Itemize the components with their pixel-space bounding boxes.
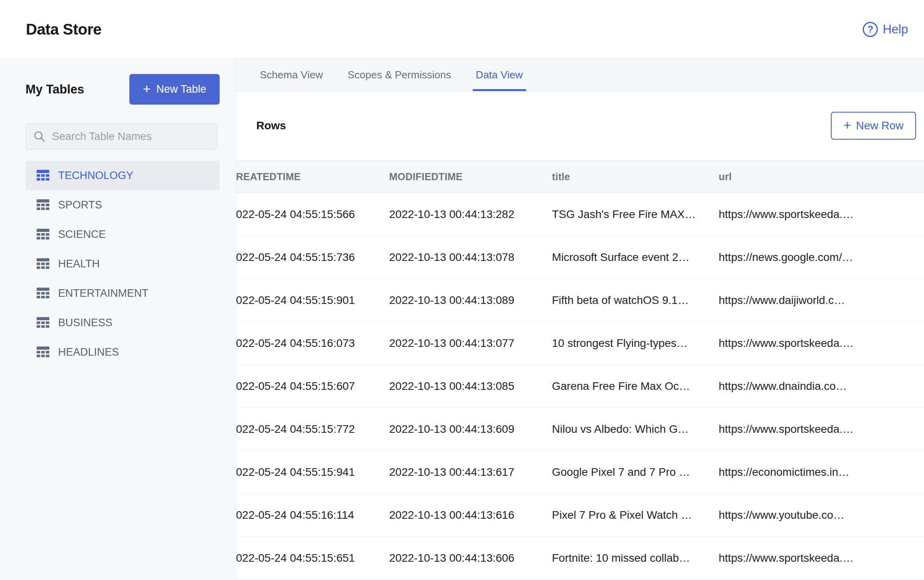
table-row[interactable]: 022-05-24 04:55:15:566 2022-10-13 00:44:… — [236, 193, 924, 236]
cell-createdtime: 022-05-24 04:55:15:566 — [236, 193, 355, 236]
table-row[interactable]: 022-05-24 04:55:15:772 2022-10-13 00:44:… — [236, 408, 924, 451]
cell-title: TSG Jash's Free Fire MAX… — [552, 193, 696, 236]
cell-createdtime: 022-05-24 04:55:15:736 — [236, 236, 355, 278]
table-icon — [37, 346, 49, 358]
table-icon — [37, 317, 49, 328]
cell-createdtime: 022-05-24 04:55:15:941 — [236, 451, 355, 493]
question-circle-icon: ? — [863, 22, 878, 37]
cell-modifiedtime: 2022-10-13 00:44:13:609 — [389, 408, 515, 450]
new-table-button[interactable]: + New Table — [129, 74, 220, 105]
table-icon — [37, 288, 49, 299]
cell-title: Microsoft Surface event 2… — [552, 236, 689, 278]
column-header: url — [719, 161, 732, 193]
rows-toolbar: Rows + New Row — [236, 91, 924, 160]
tab-label: Schema View — [260, 69, 323, 81]
page-title: Data Store — [26, 21, 101, 38]
cell-url: https://www.daijiworld.c… — [719, 279, 845, 321]
rows-heading: Rows — [256, 119, 286, 132]
column-header: REATEDTIME — [236, 161, 301, 193]
cell-title: Fortnite: 10 missed collab… — [552, 537, 690, 579]
table-item-label: BUSINESS — [58, 317, 113, 329]
cell-url: https://www.sportskeeda.… — [719, 408, 854, 450]
cell-createdtime: 022-05-24 04:55:16:073 — [236, 322, 355, 364]
data-grid: REATEDTIME MODIFIEDTIME title url 022-05… — [236, 160, 924, 580]
search-icon — [33, 130, 46, 143]
cell-url: https://www.sportskeeda.… — [719, 537, 854, 579]
column-header: title — [552, 161, 570, 193]
cell-createdtime: 022-05-24 04:55:15:901 — [236, 279, 355, 321]
column-header: MODIFIEDTIME — [389, 161, 462, 193]
search-table-input[interactable] — [52, 130, 210, 143]
tab[interactable]: Scopes & Permissions — [345, 59, 454, 91]
cell-createdtime: 022-05-24 04:55:15:651 — [236, 537, 355, 579]
sidebar: My Tables + New Table — [0, 59, 236, 580]
cell-modifiedtime: 2022-10-13 00:44:13:089 — [389, 279, 515, 321]
table-icon — [37, 170, 49, 181]
cell-title: Garena Free Fire Max Oc… — [552, 365, 690, 407]
sidebar-title: My Tables — [25, 82, 84, 97]
table-row[interactable]: 022-05-24 04:55:15:941 2022-10-13 00:44:… — [236, 451, 924, 494]
cell-modifiedtime: 2022-10-13 00:44:13:282 — [389, 193, 515, 236]
table-icon — [37, 229, 49, 240]
table-row[interactable]: 022-05-24 04:55:15:607 2022-10-13 00:44:… — [236, 365, 924, 408]
tab[interactable]: Schema View — [257, 59, 326, 91]
cell-createdtime: 022-05-24 04:55:15:772 — [236, 408, 355, 450]
app-header: Data Store ? Help — [0, 0, 924, 59]
sidebar-table-item[interactable]: TECHNOLOGY — [25, 161, 220, 190]
cell-modifiedtime: 2022-10-13 00:44:13:617 — [389, 451, 515, 493]
cell-modifiedtime: 2022-10-13 00:44:13:616 — [389, 494, 515, 536]
grid-header: REATEDTIME MODIFIEDTIME title url — [236, 160, 924, 193]
sidebar-table-item[interactable]: HEADLINES — [25, 337, 220, 367]
table-item-label: SCIENCE — [58, 228, 106, 241]
sidebar-table-item[interactable]: SCIENCE — [25, 220, 220, 249]
table-row[interactable]: 022-05-24 04:55:16:073 2022-10-13 00:44:… — [236, 322, 924, 365]
tab-label: Scopes & Permissions — [348, 69, 451, 81]
cell-url: https://www.sportskeeda.… — [719, 193, 854, 236]
cell-title: Fifth beta of watchOS 9.1… — [552, 279, 689, 321]
cell-title: Pixel 7 Pro & Pixel Watch … — [552, 494, 692, 536]
plus-icon: + — [843, 117, 851, 133]
table-item-label: HEADLINES — [58, 346, 119, 358]
help-link[interactable]: ? Help — [863, 22, 908, 37]
help-label: Help — [883, 22, 908, 37]
cell-modifiedtime: 2022-10-13 00:44:13:078 — [389, 236, 515, 278]
cell-modifiedtime: 2022-10-13 00:44:13:085 — [389, 365, 515, 407]
table-row[interactable]: 022-05-24 04:55:15:651 2022-10-13 00:44:… — [236, 537, 924, 580]
table-icon — [37, 199, 49, 210]
table-search — [25, 123, 217, 150]
cell-modifiedtime: 2022-10-13 00:44:13:606 — [389, 537, 515, 579]
new-row-label: New Row — [856, 119, 904, 132]
main-content: Schema View Scopes & Permissions Data Vi… — [236, 59, 924, 580]
plus-icon: + — [143, 81, 151, 97]
sidebar-table-item[interactable]: BUSINESS — [25, 308, 220, 337]
new-row-button[interactable]: + New Row — [831, 112, 916, 140]
new-table-label: New Table — [156, 83, 207, 95]
cell-url: https://www.sportskeeda.… — [719, 322, 854, 364]
sidebar-table-item[interactable]: HEALTH — [25, 249, 220, 278]
cell-createdtime: 022-05-24 04:55:16:114 — [236, 494, 354, 536]
table-item-label: SPORTS — [58, 199, 102, 211]
sidebar-table-item[interactable]: SPORTS — [25, 190, 220, 220]
table-item-label: HEALTH — [58, 258, 100, 270]
cell-title: Nilou vs Albedo: Which G… — [552, 408, 689, 450]
cell-title: 10 strongest Flying-types… — [552, 322, 688, 364]
cell-modifiedtime: 2022-10-13 00:44:13:077 — [389, 322, 515, 364]
cell-createdtime: 022-05-24 04:55:15:607 — [236, 365, 355, 407]
table-item-label: TECHNOLOGY — [58, 169, 133, 182]
cell-url: https://news.google.com/… — [719, 236, 853, 278]
cell-title: Google Pixel 7 and 7 Pro … — [552, 451, 690, 493]
grid-body: 022-05-24 04:55:15:566 2022-10-13 00:44:… — [236, 193, 924, 580]
tab[interactable]: Data View — [473, 59, 526, 91]
tab-bar: Schema View Scopes & Permissions Data Vi… — [236, 59, 924, 91]
table-row[interactable]: 022-05-24 04:55:16:114 2022-10-13 00:44:… — [236, 494, 924, 537]
table-row[interactable]: 022-05-24 04:55:15:736 2022-10-13 00:44:… — [236, 236, 924, 279]
table-list: TECHNOLOGY SPORTS — [25, 161, 220, 367]
tab-label: Data View — [476, 69, 523, 81]
cell-url: https://www.dnaindia.co… — [719, 365, 847, 407]
table-icon — [37, 258, 49, 269]
cell-url: https://economictimes.in… — [719, 451, 849, 493]
sidebar-table-item[interactable]: ENTERTAINMENT — [25, 278, 220, 308]
table-item-label: ENTERTAINMENT — [58, 287, 148, 300]
cell-url: https://www.youtube.co… — [719, 494, 844, 536]
table-row[interactable]: 022-05-24 04:55:15:901 2022-10-13 00:44:… — [236, 279, 924, 322]
